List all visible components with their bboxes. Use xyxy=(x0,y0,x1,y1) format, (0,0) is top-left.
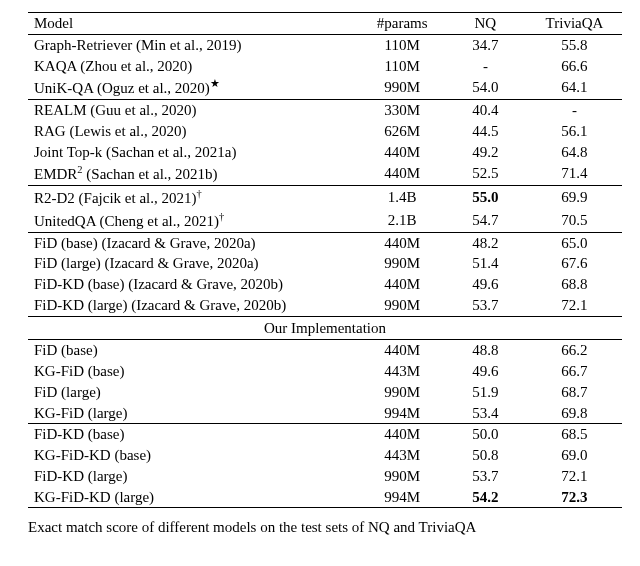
cell-model: FiD-KD (base) xyxy=(28,424,361,445)
cell-model: RAG (Lewis et al., 2020) xyxy=(28,121,361,142)
cell-params: 990M xyxy=(361,466,444,487)
col-model: Model xyxy=(28,13,361,35)
cell-params: 1.4B xyxy=(361,186,444,209)
cell-nq: 49.6 xyxy=(444,361,527,382)
cell-model: FiD (large) (Izacard & Grave, 2020a) xyxy=(28,253,361,274)
cell-nq: 53.7 xyxy=(444,295,527,316)
cell-model: FiD (base) (Izacard & Grave, 2020a) xyxy=(28,232,361,253)
cell-nq: 54.0 xyxy=(444,76,527,99)
cell-nq: 49.6 xyxy=(444,274,527,295)
cell-nq: 52.5 xyxy=(444,162,527,185)
cell-triviaqa: 67.6 xyxy=(527,253,622,274)
cell-triviaqa: 72.1 xyxy=(527,466,622,487)
cell-params: 990M xyxy=(361,76,444,99)
cell-params: 440M xyxy=(361,162,444,185)
cell-nq: 54.7 xyxy=(444,209,527,232)
cell-triviaqa: 71.4 xyxy=(527,162,622,185)
col-params: #params xyxy=(361,13,444,35)
cell-model: KG-FiD (large) xyxy=(28,403,361,424)
cell-params: 990M xyxy=(361,253,444,274)
cell-triviaqa: 64.8 xyxy=(527,142,622,163)
cell-model: KG-FiD-KD (base) xyxy=(28,445,361,466)
cell-model: R2-D2 (Fajcik et al., 2021)† xyxy=(28,186,361,209)
cell-model: REALM (Guu et al., 2020) xyxy=(28,100,361,121)
cell-params: 990M xyxy=(361,382,444,403)
table-row: KG-FiD (base)443M49.666.7 xyxy=(28,361,622,382)
table-row: KG-FiD-KD (base)443M50.869.0 xyxy=(28,445,622,466)
cell-model: KG-FiD-KD (large) xyxy=(28,487,361,508)
cell-params: 110M xyxy=(361,34,444,55)
table-row: KAQA (Zhou et al., 2020)110M-66.6 xyxy=(28,56,622,77)
cell-nq: 53.7 xyxy=(444,466,527,487)
cell-model: UniK-QA (Oguz et al., 2020)★ xyxy=(28,76,361,99)
cell-triviaqa: 72.3 xyxy=(527,487,622,508)
results-table: Model #params NQ TriviaQA Graph-Retrieve… xyxy=(28,12,622,508)
cell-model: Graph-Retriever (Min et al., 2019) xyxy=(28,34,361,55)
cell-params: 443M xyxy=(361,361,444,382)
cell-nq: 48.8 xyxy=(444,340,527,361)
cell-nq: 49.2 xyxy=(444,142,527,163)
cell-triviaqa: 66.2 xyxy=(527,340,622,361)
cell-triviaqa: 65.0 xyxy=(527,232,622,253)
table-row: FiD-KD (large)990M53.772.1 xyxy=(28,466,622,487)
cell-triviaqa: 69.8 xyxy=(527,403,622,424)
cell-nq: - xyxy=(444,56,527,77)
cell-params: 440M xyxy=(361,232,444,253)
cell-model: Joint Top-k (Sachan et al., 2021a) xyxy=(28,142,361,163)
cell-triviaqa: 68.7 xyxy=(527,382,622,403)
cell-params: 2.1B xyxy=(361,209,444,232)
table-row: FiD-KD (large) (Izacard & Grave, 2020b)9… xyxy=(28,295,622,316)
table-body: Graph-Retriever (Min et al., 2019)110M34… xyxy=(28,34,622,508)
cell-nq: 51.9 xyxy=(444,382,527,403)
table-row: FiD (base)440M48.866.2 xyxy=(28,340,622,361)
table-header-row: Model #params NQ TriviaQA xyxy=(28,13,622,35)
table-row: FiD-KD (base)440M50.068.5 xyxy=(28,424,622,445)
cell-params: 994M xyxy=(361,487,444,508)
table-row: Joint Top-k (Sachan et al., 2021a)440M49… xyxy=(28,142,622,163)
cell-model: FiD-KD (large) (Izacard & Grave, 2020b) xyxy=(28,295,361,316)
cell-params: 994M xyxy=(361,403,444,424)
cell-model: KAQA (Zhou et al., 2020) xyxy=(28,56,361,77)
cell-triviaqa: 55.8 xyxy=(527,34,622,55)
caption-text: Exact match score of different models on… xyxy=(28,519,476,535)
cell-params: 110M xyxy=(361,56,444,77)
table-row: UniK-QA (Oguz et al., 2020)★990M54.064.1 xyxy=(28,76,622,99)
cell-nq: 53.4 xyxy=(444,403,527,424)
cell-model: KG-FiD (base) xyxy=(28,361,361,382)
table-row: FiD-KD (base) (Izacard & Grave, 2020b)44… xyxy=(28,274,622,295)
cell-nq: 48.2 xyxy=(444,232,527,253)
cell-params: 330M xyxy=(361,100,444,121)
table-row: KG-FiD-KD (large)994M54.272.3 xyxy=(28,487,622,508)
cell-model: EMDR2 (Sachan et al., 2021b) xyxy=(28,162,361,185)
cell-triviaqa: 72.1 xyxy=(527,295,622,316)
cell-model: FiD-KD (large) xyxy=(28,466,361,487)
cell-model: UnitedQA (Cheng et al., 2021)† xyxy=(28,209,361,232)
section-label-row: Our Implementation xyxy=(28,316,622,340)
cell-triviaqa: 64.1 xyxy=(527,76,622,99)
cell-triviaqa: 66.6 xyxy=(527,56,622,77)
cell-nq: 51.4 xyxy=(444,253,527,274)
cell-nq: 40.4 xyxy=(444,100,527,121)
table-row: FiD (large)990M51.968.7 xyxy=(28,382,622,403)
cell-nq: 54.2 xyxy=(444,487,527,508)
cell-params: 440M xyxy=(361,424,444,445)
table-row: Graph-Retriever (Min et al., 2019)110M34… xyxy=(28,34,622,55)
col-nq: NQ xyxy=(444,13,527,35)
cell-triviaqa: 69.0 xyxy=(527,445,622,466)
cell-nq: 44.5 xyxy=(444,121,527,142)
cell-model: FiD (large) xyxy=(28,382,361,403)
table-caption: Exact match score of different models on… xyxy=(28,518,622,537)
cell-nq: 55.0 xyxy=(444,186,527,209)
section-label: Our Implementation xyxy=(28,316,622,340)
cell-params: 440M xyxy=(361,274,444,295)
table-row: FiD (large) (Izacard & Grave, 2020a)990M… xyxy=(28,253,622,274)
cell-params: 443M xyxy=(361,445,444,466)
table-row: RAG (Lewis et al., 2020)626M44.556.1 xyxy=(28,121,622,142)
cell-nq: 50.8 xyxy=(444,445,527,466)
cell-triviaqa: - xyxy=(527,100,622,121)
cell-params: 990M xyxy=(361,295,444,316)
cell-triviaqa: 70.5 xyxy=(527,209,622,232)
cell-model: FiD (base) xyxy=(28,340,361,361)
cell-triviaqa: 66.7 xyxy=(527,361,622,382)
cell-triviaqa: 69.9 xyxy=(527,186,622,209)
